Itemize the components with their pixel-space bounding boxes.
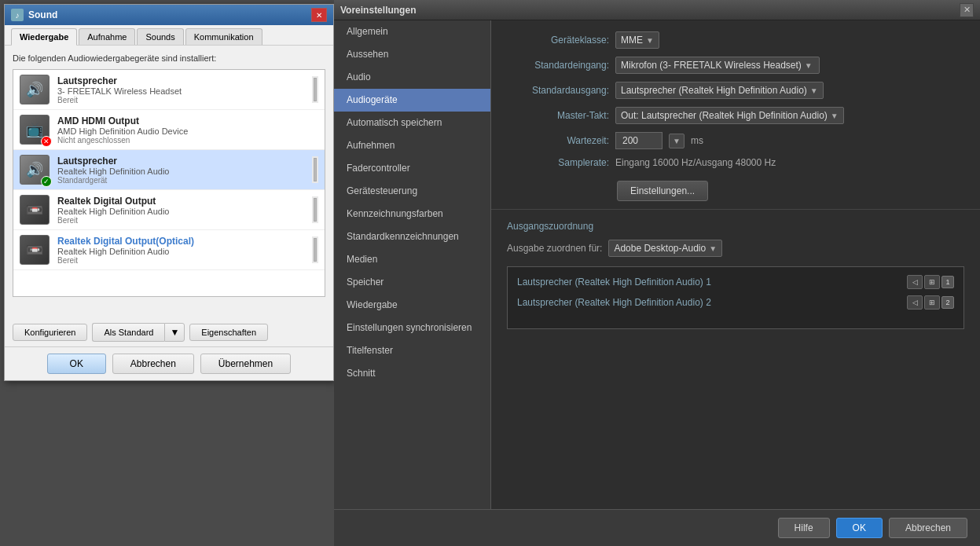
sidebar-item-audiogeraete[interactable]: Audiogeräte (334, 89, 490, 112)
channel-num-2: 2 (941, 296, 954, 309)
sidebar-item-kennzeichnungsfarben[interactable]: Kennzeichnungsfarben (334, 203, 490, 225)
channel-item-1[interactable]: Lautsprecher (Realtek High Definition Au… (512, 272, 959, 292)
ausgabe-zuordnen-value: Adobe Desktop-Audio (614, 243, 706, 254)
wartezeit-dropdown[interactable]: ▼ (669, 134, 685, 148)
dialog-content: Die folgenden Audiowiedergabegeräte sind… (5, 46, 333, 318)
sidebar-item-aussehen[interactable]: Aussehen (334, 43, 490, 66)
error-badge: ✕ (41, 136, 52, 147)
channel-name-1: Lautsprecher (Realtek High Definition Au… (517, 277, 711, 288)
titlebar-controls: ✕ (311, 8, 327, 22)
prefs-abbrechen-button[interactable]: Abbrechen (889, 518, 967, 538)
dialog-footer: OK Abbrechen Übernehmen (5, 346, 333, 380)
sidebar-item-autosave[interactable]: Automatisch speichern (334, 112, 490, 134)
device-item-realtek-optical[interactable]: 📼 Realtek Digital Output(Optical) Realte… (13, 230, 325, 270)
device-info-2: AMD HDMI Output AMD High Definition Audi… (57, 115, 318, 145)
tab-wiedergabe[interactable]: Wiedergabe (11, 28, 77, 46)
standardeingang-value: Mikrofon (3- FREETALK Wireless Headset) (621, 60, 802, 71)
device-item-lautsprecher-1[interactable]: 🔊 Lautsprecher 3- FREETALK Wireless Head… (13, 70, 325, 110)
als-standard-button[interactable]: Als Standard (92, 323, 164, 342)
eigenschaften-button[interactable]: Eigenschaften (189, 324, 268, 341)
prefs-close-button[interactable]: ✕ (960, 3, 974, 17)
gerateklasse-value: MME (621, 35, 643, 46)
als-standard-arrow[interactable]: ▼ (164, 323, 185, 342)
device-status-5: Bereit (57, 256, 304, 265)
sidebar-item-titelfenster[interactable]: Titelfenster (334, 339, 490, 362)
tab-aufnahme[interactable]: Aufnahme (79, 28, 135, 45)
prefs-section-geraete: Geräteklasse: MME ▼ Standardeingang: Mik… (491, 20, 980, 210)
device-sub-1: 3- FREETALK Wireless Headset (57, 86, 304, 96)
scrollbar-1[interactable] (312, 76, 318, 103)
konfigurieren-button[interactable]: Konfigurieren (13, 324, 87, 341)
sidebar-item-standardkennzeichnungen[interactable]: Standardkennzeichnungen (334, 225, 490, 248)
wartezeit-arrow: ▼ (673, 137, 681, 145)
standardausgang-row: Standardausgang: Lautsprecher (Realtek H… (507, 82, 964, 99)
standardausgang-select[interactable]: Lautsprecher (Realtek High Definition Au… (615, 82, 824, 99)
sidebar-item-schnitt[interactable]: Schnitt (334, 362, 490, 385)
device-name-4: Realtek Digital Output (57, 196, 304, 207)
channel-controls-2: ◁ ⊞ 2 (907, 295, 954, 310)
device-item-lautsprecher-realtek[interactable]: 🔊 ✓ Lautsprecher Realtek High Definition… (13, 150, 325, 190)
sidebar-item-geraetesteuerung[interactable]: Gerätesteuerung (334, 180, 490, 203)
ok-button[interactable]: OK (47, 354, 106, 374)
master-takt-value: Out: Lautsprecher (Realtek High Definiti… (621, 110, 828, 121)
einstellungen-button[interactable]: Einstellungen... (617, 181, 708, 201)
einstellungen-button-row: Einstellungen... (507, 176, 964, 201)
channel-left-btn-1[interactable]: ◁ (907, 275, 923, 289)
device-item-amd-hdmi[interactable]: 📺 ✕ AMD HDMI Output AMD High Definition … (13, 110, 325, 150)
abbrechen-button[interactable]: Abbrechen (112, 354, 194, 374)
channel-expand-btn-2[interactable]: ⊞ (924, 295, 940, 310)
device-sub-5: Realtek High Definition Audio (57, 247, 304, 256)
device-status-1: Bereit (57, 96, 304, 104)
standardausgang-value: Lautsprecher (Realtek High Definition Au… (621, 85, 807, 96)
channel-name-2: Lautsprecher (Realtek High Definition Au… (517, 297, 711, 308)
channel-expand-btn-1[interactable]: ⊞ (924, 275, 940, 289)
device-name-1: Lautsprecher (57, 75, 304, 86)
wartezeit-input-row: ▼ ms (615, 132, 703, 149)
channel-num-1: 1 (941, 276, 954, 288)
tab-sounds[interactable]: Sounds (137, 28, 183, 45)
ausgabe-zuordnen-label: Ausgabe zuordnen für: (507, 243, 602, 254)
device-sub-2: AMD High Definition Audio Device (57, 126, 318, 136)
channel-left-btn-2[interactable]: ◁ (907, 295, 923, 310)
device-icon-speaker-1: 🔊 (20, 75, 50, 104)
scrollbar-3[interactable] (312, 196, 318, 223)
prefs-body: Allgemein Aussehen Audio Audiogeräte Aut… (334, 20, 980, 509)
sidebar-item-fadercontroller[interactable]: Fadercontroller (334, 157, 490, 180)
sidebar-item-aufnehmen[interactable]: Aufnehmen (334, 134, 490, 157)
channel-item-2[interactable]: Lautsprecher (Realtek High Definition Au… (512, 292, 959, 313)
hilfe-button[interactable]: Hilfe (778, 518, 830, 538)
device-icon-digital-1: 📼 (20, 195, 50, 225)
device-item-realtek-digital[interactable]: 📼 Realtek Digital Output Realtek High De… (13, 190, 325, 230)
sound-dialog-title: ♪ Sound (11, 9, 57, 21)
prefs-ok-button[interactable]: OK (836, 518, 883, 538)
wartezeit-label: Wartezeit: (507, 135, 609, 146)
sound-dialog-title-text: Sound (28, 9, 57, 20)
prefs-titlebar: Voreinstellungen ✕ (334, 0, 980, 20)
device-info-4: Realtek Digital Output Realtek High Defi… (57, 196, 304, 225)
scrollbar-4[interactable] (312, 236, 318, 263)
ausgangszuordnung-section: Ausgangszuordnung Ausgabe zuordnen für: … (491, 210, 980, 509)
close-button[interactable]: ✕ (311, 8, 327, 22)
sidebar-item-einstellungen-sync[interactable]: Einstellungen synchronisieren (334, 317, 490, 339)
ausgabe-zuordnen-select[interactable]: Adobe Desktop-Audio ▼ (608, 240, 722, 257)
device-name-2: AMD HDMI Output (57, 115, 318, 126)
gerateklasse-select[interactable]: MME ▼ (615, 31, 659, 49)
wartezeit-input[interactable] (615, 132, 663, 149)
device-icon-digital-2: 📼 (20, 235, 50, 265)
tab-kommunikation[interactable]: Kommunikation (185, 28, 262, 45)
sidebar-item-speicher[interactable]: Speicher (334, 271, 490, 294)
dialog-tabs: Wiedergabe Aufnahme Sounds Kommunikation (5, 25, 333, 46)
device-info-1: Lautsprecher 3- FREETALK Wireless Headse… (57, 75, 304, 104)
sidebar-item-wiedergabe[interactable]: Wiedergabe (334, 294, 490, 317)
übernehmen-button[interactable]: Übernehmen (200, 354, 291, 374)
master-takt-select[interactable]: Out: Lautsprecher (Realtek High Definiti… (615, 107, 844, 124)
sidebar-item-medien[interactable]: Medien (334, 248, 490, 271)
sound-dialog: ♪ Sound ✕ Wiedergabe Aufnahme Sounds Kom… (4, 4, 334, 381)
sidebar-item-audio[interactable]: Audio (334, 66, 490, 89)
ausgabe-zuordnen-row: Ausgabe zuordnen für: Adobe Desktop-Audi… (507, 240, 964, 257)
device-list: 🔊 Lautsprecher 3- FREETALK Wireless Head… (13, 69, 325, 297)
scrollbar-2[interactable] (312, 156, 318, 183)
device-icon-hdmi: 📺 ✕ (20, 115, 50, 145)
sidebar-item-allgemein[interactable]: Allgemein (334, 20, 490, 43)
standardeingang-select[interactable]: Mikrofon (3- FREETALK Wireless Headset) … (615, 57, 820, 74)
